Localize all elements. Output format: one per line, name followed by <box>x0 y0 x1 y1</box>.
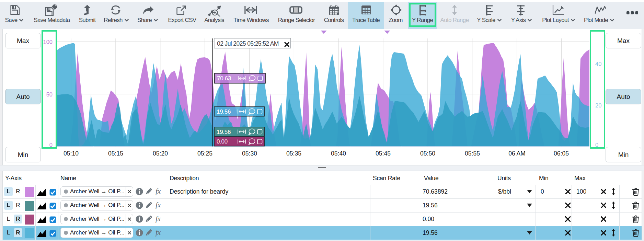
svg-text:19.56: 19.56 <box>217 129 231 135</box>
svg-text:19.56: 19.56 <box>217 108 231 115</box>
svg-text:0.00: 0.00 <box>217 138 228 145</box>
svg-text:02 Jul 2025 05:25:52 AM: 02 Jul 2025 05:25:52 AM <box>217 40 279 47</box>
svg-text:70.63...: 70.63... <box>217 75 235 82</box>
